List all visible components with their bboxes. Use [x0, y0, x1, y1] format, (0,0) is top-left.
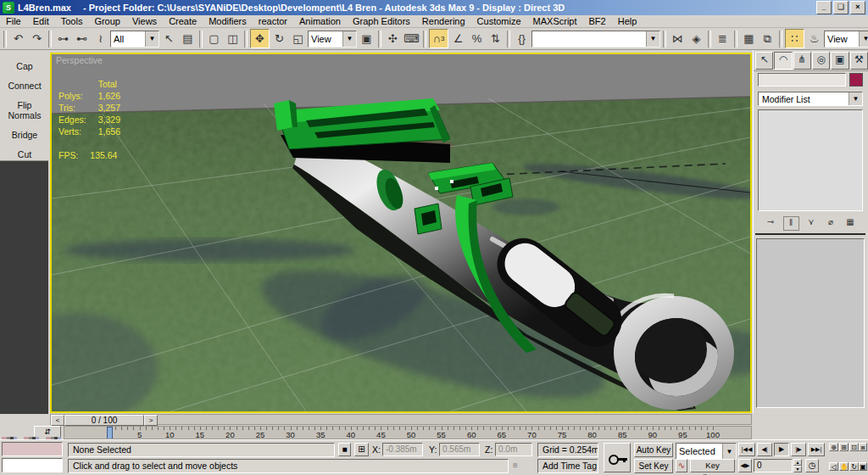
x-coordinate-field[interactable]: -0.385m	[382, 443, 423, 456]
make-unique-icon[interactable]: ⋎	[804, 216, 819, 229]
show-end-result-icon[interactable]: ‖	[783, 216, 799, 231]
menu-maxscript[interactable]: MAXScript	[527, 16, 583, 26]
menu-create[interactable]: Create	[163, 16, 203, 26]
set-key-button[interactable]: Set Key	[634, 459, 673, 473]
cut-button[interactable]: Cut	[2, 148, 47, 160]
render-setup-icon[interactable]: ♨	[805, 30, 823, 48]
time-slider-next-icon[interactable]: >	[144, 415, 158, 426]
key-mode-dropdown[interactable]: Selected ▼	[676, 443, 737, 460]
select-object-icon[interactable]: ↖	[160, 30, 178, 48]
snap-toggle-icon[interactable]: ∩3	[429, 29, 448, 48]
window-crossing-icon[interactable]: ◫	[224, 30, 242, 48]
dropdown-arrow-icon[interactable]: ▼	[342, 31, 356, 47]
modifier-list-dropdown[interactable]: Modifier List ▼	[758, 92, 863, 106]
menu-views[interactable]: Views	[126, 16, 163, 26]
frame-spinner-up-icon[interactable]: ▴	[793, 459, 802, 466]
mirror-icon[interactable]: ⋈	[669, 30, 687, 48]
y-coordinate-field[interactable]: 0.565m	[439, 443, 480, 456]
field-of-view-icon[interactable]: ◁	[829, 462, 838, 471]
angle-snap-icon[interactable]: ∠	[449, 30, 467, 48]
dropdown-arrow-icon[interactable]: ▼	[646, 31, 659, 47]
select-by-name-icon[interactable]: ▤	[179, 30, 197, 48]
zoom-icon[interactable]: ⊕	[829, 443, 838, 451]
menu-modifiers[interactable]: Modifiers	[203, 16, 253, 26]
tab-create[interactable]: ↖	[755, 52, 773, 70]
curve-editor-icon[interactable]: ▦	[740, 30, 758, 48]
material-editor-icon[interactable]: ∷	[785, 29, 804, 48]
dropdown-arrow-icon[interactable]: ▼	[859, 31, 868, 47]
minimize-button[interactable]: _	[816, 1, 832, 14]
key-mode-toggle-icon[interactable]: ◀▶	[738, 459, 752, 472]
restore-button[interactable]: ❏	[833, 1, 849, 14]
menu-group[interactable]: Group	[88, 16, 126, 26]
named-sets-field[interactable]: ▼	[531, 31, 660, 48]
object-name-field[interactable]	[758, 73, 846, 87]
named-selection-sets-icon[interactable]: {}	[513, 30, 531, 48]
frame-spinner-down-icon[interactable]: ▾	[793, 466, 802, 472]
viewport-canvas[interactable]	[52, 54, 750, 411]
menu-help[interactable]: Help	[612, 16, 643, 26]
layer-manager-icon[interactable]: ≣	[714, 30, 732, 48]
menu-reactor[interactable]: reactor	[253, 16, 293, 26]
z-coordinate-field[interactable]: 0.0m	[495, 443, 532, 456]
go-to-end-icon[interactable]: ▶▶|	[808, 443, 825, 456]
select-and-move-icon[interactable]: ✥	[250, 29, 270, 48]
remove-modifier-icon[interactable]: ⌀	[824, 216, 838, 229]
title-bar[interactable]: S L4Bren.max - Project Folder: C:\Users\…	[0, 0, 868, 15]
tab-modify[interactable]: ◠	[774, 52, 792, 70]
current-frame-field[interactable]: 0	[754, 459, 793, 472]
next-frame-icon[interactable]: |▶	[791, 443, 806, 456]
bind-spacewarp-icon[interactable]: ≀	[92, 30, 109, 48]
selection-lock-icon[interactable]: ■	[338, 443, 351, 456]
flip-normals-button[interactable]: Flip Normals	[2, 99, 47, 121]
rect-selection-region-icon[interactable]: ▢	[205, 30, 223, 48]
key-filters-button[interactable]: Key Filters...	[690, 459, 735, 472]
perspective-viewport[interactable]: Perspective Total Polys:1,626 Tris:3,257…	[50, 53, 752, 413]
keyboard-override-icon[interactable]: ⌨	[403, 30, 420, 48]
connect-button[interactable]: Connect	[2, 80, 47, 92]
go-to-start-icon[interactable]: |◀◀	[738, 443, 755, 456]
menu-bf2[interactable]: BF2	[583, 16, 612, 26]
maxscript-listener-output[interactable]	[2, 458, 63, 472]
viewport-label[interactable]: Perspective	[56, 55, 103, 65]
zoom-extents-icon[interactable]: ⊡	[849, 443, 859, 451]
current-frame-marker[interactable]	[107, 427, 113, 439]
dropdown-arrow-icon[interactable]: ▼	[849, 92, 862, 105]
add-time-tag[interactable]: Add Time Tag	[537, 459, 598, 473]
tab-display[interactable]: ▣	[831, 52, 849, 70]
object-color-swatch[interactable]	[849, 73, 863, 87]
menu-graph-editors[interactable]: Graph Editors	[347, 16, 416, 26]
percent-snap-icon[interactable]: %	[468, 30, 486, 48]
pan-icon[interactable]: ✋	[839, 462, 849, 471]
previous-frame-icon[interactable]: ◀|	[757, 443, 772, 456]
time-slider[interactable]: < 0 / 100 >	[50, 414, 752, 425]
unlink-icon[interactable]: ⊷	[73, 30, 91, 48]
zoom-all-icon[interactable]: ⊞	[839, 443, 849, 451]
undo-icon[interactable]: ↶	[9, 30, 27, 48]
cap-button[interactable]: Cap	[2, 60, 47, 72]
select-link-icon[interactable]: ⊶	[54, 30, 72, 48]
set-keys-button[interactable]	[604, 443, 631, 472]
select-and-rotate-icon[interactable]: ↻	[270, 30, 288, 48]
menu-animation[interactable]: Animation	[293, 16, 347, 26]
use-center-icon[interactable]: ▣	[358, 30, 376, 48]
dropdown-arrow-icon[interactable]: ▼	[145, 31, 159, 47]
reference-coordinate-dropdown[interactable]: View ▼	[308, 31, 357, 48]
arc-rotate-icon[interactable]: ↻	[849, 462, 859, 471]
configure-modifier-sets-icon[interactable]: ▦	[843, 216, 858, 229]
auto-key-button[interactable]: Auto Key	[634, 443, 673, 457]
default-in-out-tangent-icon[interactable]: ∿	[676, 459, 687, 472]
bridge-button[interactable]: Bridge	[2, 129, 47, 141]
menu-edit[interactable]: Edit	[27, 16, 55, 26]
min-max-toggle-icon[interactable]: ▣	[859, 462, 867, 471]
pin-stack-icon[interactable]: ⊸	[764, 216, 778, 229]
play-icon[interactable]: ▶	[774, 443, 789, 456]
track-bar[interactable]: 0510152025303540455055606570758085909510…	[64, 426, 752, 439]
spinner-snap-icon[interactable]: ⇅	[487, 30, 504, 48]
time-configuration-icon[interactable]: ◷	[805, 459, 819, 472]
tab-utilities[interactable]: ⚒	[850, 52, 868, 70]
time-slider-handle[interactable]: 0 / 100	[64, 415, 144, 426]
zoom-extents-all-icon[interactable]: ⧈	[859, 443, 867, 451]
tab-hierarchy[interactable]: ⋔	[793, 52, 811, 70]
absolute-offset-icon[interactable]: ⊞	[354, 443, 369, 456]
